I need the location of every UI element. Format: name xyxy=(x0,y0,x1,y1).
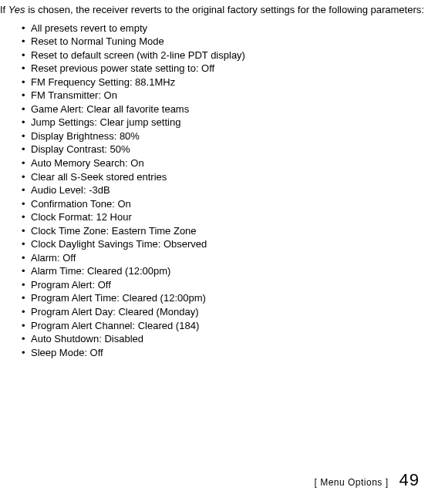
list-item: Auto Memory Search: On xyxy=(22,156,429,170)
list-item: Clock Daylight Savings Time: Observed xyxy=(22,237,429,251)
footer-page-number: 49 xyxy=(400,470,420,490)
intro-paragraph: If Yes is chosen, the receiver reverts t… xyxy=(0,3,429,17)
list-item: Sleep Mode: Off xyxy=(22,346,429,360)
list-item: Alarm Time: Cleared (12:00pm) xyxy=(22,264,429,278)
list-item: Display Brightness: 80% xyxy=(22,129,429,143)
list-item: All presets revert to empty xyxy=(22,22,429,35)
list-item: Reset previous power state setting to: O… xyxy=(22,62,429,76)
intro-prefix: If xyxy=(0,4,8,15)
list-item: Jump Settings: Clear jump setting xyxy=(22,116,429,129)
list-item: Audio Level: -3dB xyxy=(22,183,429,197)
list-item: FM Transmitter: On xyxy=(22,89,429,102)
list-item: Confirmation Tone: On xyxy=(22,197,429,211)
list-item: FM Frequency Setting: 88.1MHz xyxy=(22,76,429,89)
list-item: Display Contrast: 50% xyxy=(22,143,429,156)
list-item: Program Alert: Off xyxy=(22,278,429,292)
list-item: Clock Format: 12 Hour xyxy=(22,210,429,224)
list-item: Clock Time Zone: Eastern Time Zone xyxy=(22,224,429,238)
intro-yes: Yes xyxy=(8,4,25,15)
list-item: Program Alert Time: Cleared (12:00pm) xyxy=(22,291,429,305)
parameter-list: All presets revert to empty Reset to Nor… xyxy=(0,22,429,360)
list-item: Alarm: Off xyxy=(22,251,429,265)
list-item: Game Alert: Clear all favorite teams xyxy=(22,102,429,116)
page-footer: [ Menu Options ] 49 xyxy=(314,470,420,490)
intro-rest: is chosen, the receiver reverts to the o… xyxy=(25,4,424,15)
list-item: Reset to Normal Tuning Mode xyxy=(22,35,429,49)
list-item: Clear all S-Seek stored entries xyxy=(22,170,429,184)
footer-section-label: [ Menu Options ] xyxy=(314,477,388,488)
list-item: Program Alert Day: Cleared (Monday) xyxy=(22,305,429,319)
list-item: Reset to default screen (with 2-line PDT… xyxy=(22,49,429,62)
list-item: Program Alert Channel: Cleared (184) xyxy=(22,319,429,333)
list-item: Auto Shutdown: Disabled xyxy=(22,332,429,346)
